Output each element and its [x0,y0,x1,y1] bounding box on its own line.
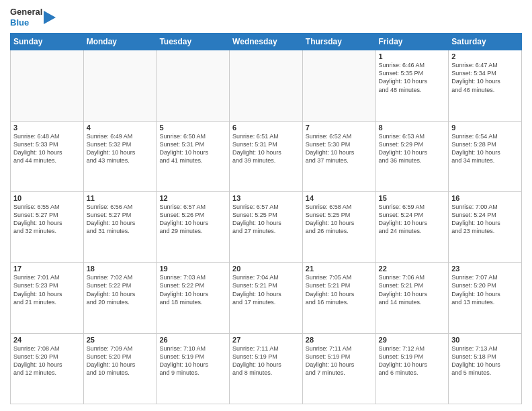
day-info: Sunrise: 6:48 AM Sunset: 5:33 PM Dayligh… [13,132,81,165]
day-number: 29 [379,336,446,344]
day-info: Sunrise: 7:03 AM Sunset: 5:22 PM Dayligh… [159,273,226,306]
day-info: Sunrise: 7:11 AM Sunset: 5:19 PM Dayligh… [306,345,373,377]
logo-text-blue: Blue [10,17,42,28]
calendar-cell: 15Sunrise: 6:59 AM Sunset: 5:24 PM Dayli… [375,191,449,262]
calendar-cell: 27Sunrise: 7:11 AM Sunset: 5:19 PM Dayli… [230,333,303,404]
calendar-cell: 18Sunrise: 7:02 AM Sunset: 5:22 PM Dayli… [83,263,157,333]
calendar-cell: 26Sunrise: 7:10 AM Sunset: 5:19 PM Dayli… [157,333,230,404]
day-info: Sunrise: 7:06 AM Sunset: 5:21 PM Dayligh… [379,273,446,306]
logo-triangle-icon [44,8,56,27]
weekday-wednesday: Wednesday [230,34,303,50]
day-info: Sunrise: 6:57 AM Sunset: 5:26 PM Dayligh… [159,203,226,236]
calendar-cell: 6Sunrise: 6:51 AM Sunset: 5:31 PM Daylig… [230,121,303,191]
logo-text-general: General [10,7,42,17]
day-number: 23 [451,265,519,273]
day-info: Sunrise: 6:56 AM Sunset: 5:27 PM Dayligh… [87,203,154,236]
calendar-cell: 22Sunrise: 7:06 AM Sunset: 5:21 PM Dayli… [375,263,449,333]
calendar-cell: 9Sunrise: 6:54 AM Sunset: 5:28 PM Daylig… [449,121,522,191]
day-info: Sunrise: 6:52 AM Sunset: 5:30 PM Dayligh… [306,132,373,165]
calendar-cell: 23Sunrise: 7:07 AM Sunset: 5:20 PM Dayli… [449,263,522,333]
day-info: Sunrise: 6:49 AM Sunset: 5:32 PM Dayligh… [87,132,154,165]
logo: General Blue [10,7,56,28]
calendar-cell: 11Sunrise: 6:56 AM Sunset: 5:27 PM Dayli… [83,191,157,262]
weekday-friday: Friday [375,34,449,50]
day-info: Sunrise: 7:02 AM Sunset: 5:22 PM Dayligh… [87,273,154,306]
day-number: 20 [232,265,300,273]
calendar-cell: 25Sunrise: 7:09 AM Sunset: 5:20 PM Dayli… [83,333,157,404]
calendar-cell [302,50,375,121]
calendar-cell [11,50,84,121]
day-number: 30 [451,336,519,344]
day-number: 24 [13,336,81,344]
calendar-cell: 7Sunrise: 6:52 AM Sunset: 5:30 PM Daylig… [302,121,375,191]
weekday-monday: Monday [83,34,157,50]
day-number: 17 [13,265,81,273]
calendar-cell [230,50,303,121]
weekday-tuesday: Tuesday [157,34,230,50]
day-info: Sunrise: 6:54 AM Sunset: 5:28 PM Dayligh… [451,132,519,165]
day-number: 22 [379,265,446,273]
calendar-cell: 30Sunrise: 7:13 AM Sunset: 5:18 PM Dayli… [449,333,522,404]
calendar-cell [157,50,230,121]
day-info: Sunrise: 7:05 AM Sunset: 5:21 PM Dayligh… [306,273,373,306]
day-number: 19 [159,265,226,273]
calendar-cell: 5Sunrise: 6:50 AM Sunset: 5:31 PM Daylig… [157,121,230,191]
calendar-cell: 19Sunrise: 7:03 AM Sunset: 5:22 PM Dayli… [157,263,230,333]
day-info: Sunrise: 6:59 AM Sunset: 5:24 PM Dayligh… [379,203,446,236]
logo-graphic: General Blue [10,7,56,28]
calendar-cell: 3Sunrise: 6:48 AM Sunset: 5:33 PM Daylig… [11,121,84,191]
day-info: Sunrise: 7:07 AM Sunset: 5:20 PM Dayligh… [451,273,519,306]
day-number: 6 [232,124,300,132]
weekday-header-row: SundayMondayTuesdayWednesdayThursdayFrid… [11,34,522,50]
calendar-cell: 21Sunrise: 7:05 AM Sunset: 5:21 PM Dayli… [302,263,375,333]
calendar-cell: 20Sunrise: 7:04 AM Sunset: 5:21 PM Dayli… [230,263,303,333]
weekday-saturday: Saturday [449,34,522,50]
day-number: 25 [87,336,154,344]
day-number: 2 [451,52,519,60]
day-number: 15 [379,194,446,202]
calendar-cell: 12Sunrise: 6:57 AM Sunset: 5:26 PM Dayli… [157,191,230,262]
week-row-4: 24Sunrise: 7:08 AM Sunset: 5:20 PM Dayli… [11,333,522,404]
week-row-1: 3Sunrise: 6:48 AM Sunset: 5:33 PM Daylig… [11,121,522,191]
calendar-cell: 8Sunrise: 6:53 AM Sunset: 5:29 PM Daylig… [375,121,449,191]
page: General Blue SundayMondayTuesdayWednesda… [0,0,532,411]
day-info: Sunrise: 7:04 AM Sunset: 5:21 PM Dayligh… [232,273,300,306]
weekday-sunday: Sunday [11,34,84,50]
calendar-cell: 24Sunrise: 7:08 AM Sunset: 5:20 PM Dayli… [11,333,84,404]
day-number: 14 [306,194,373,202]
calendar-cell: 1Sunrise: 6:46 AM Sunset: 5:35 PM Daylig… [375,50,449,121]
calendar-cell: 14Sunrise: 6:58 AM Sunset: 5:25 PM Dayli… [302,191,375,262]
calendar-cell: 10Sunrise: 6:55 AM Sunset: 5:27 PM Dayli… [11,191,84,262]
day-info: Sunrise: 7:08 AM Sunset: 5:20 PM Dayligh… [13,345,81,377]
calendar-cell: 16Sunrise: 7:00 AM Sunset: 5:24 PM Dayli… [449,191,522,262]
day-info: Sunrise: 7:00 AM Sunset: 5:24 PM Dayligh… [451,203,519,236]
day-info: Sunrise: 7:11 AM Sunset: 5:19 PM Dayligh… [232,345,300,377]
calendar-cell: 28Sunrise: 7:11 AM Sunset: 5:19 PM Dayli… [302,333,375,404]
day-info: Sunrise: 6:51 AM Sunset: 5:31 PM Dayligh… [232,132,300,165]
day-info: Sunrise: 7:09 AM Sunset: 5:20 PM Dayligh… [87,345,154,377]
day-info: Sunrise: 6:50 AM Sunset: 5:31 PM Dayligh… [159,132,226,165]
week-row-2: 10Sunrise: 6:55 AM Sunset: 5:27 PM Dayli… [11,191,522,262]
day-info: Sunrise: 6:57 AM Sunset: 5:25 PM Dayligh… [232,203,300,236]
calendar-cell: 13Sunrise: 6:57 AM Sunset: 5:25 PM Dayli… [230,191,303,262]
weekday-thursday: Thursday [302,34,375,50]
calendar-cell [83,50,157,121]
day-info: Sunrise: 7:13 AM Sunset: 5:18 PM Dayligh… [451,345,519,377]
day-number: 11 [87,194,154,202]
svg-marker-0 [44,11,56,24]
day-info: Sunrise: 6:58 AM Sunset: 5:25 PM Dayligh… [306,203,373,236]
header: General Blue [10,7,522,28]
day-number: 9 [451,124,519,132]
day-number: 21 [306,265,373,273]
day-info: Sunrise: 7:12 AM Sunset: 5:19 PM Dayligh… [379,345,446,377]
day-number: 28 [306,336,373,344]
day-info: Sunrise: 6:55 AM Sunset: 5:27 PM Dayligh… [13,203,81,236]
day-number: 5 [159,124,226,132]
day-info: Sunrise: 7:01 AM Sunset: 5:23 PM Dayligh… [13,273,81,306]
calendar-cell: 4Sunrise: 6:49 AM Sunset: 5:32 PM Daylig… [83,121,157,191]
day-info: Sunrise: 7:10 AM Sunset: 5:19 PM Dayligh… [159,345,226,377]
day-info: Sunrise: 6:53 AM Sunset: 5:29 PM Dayligh… [379,132,446,165]
day-number: 16 [451,194,519,202]
day-number: 1 [379,52,446,60]
day-number: 18 [87,265,154,273]
